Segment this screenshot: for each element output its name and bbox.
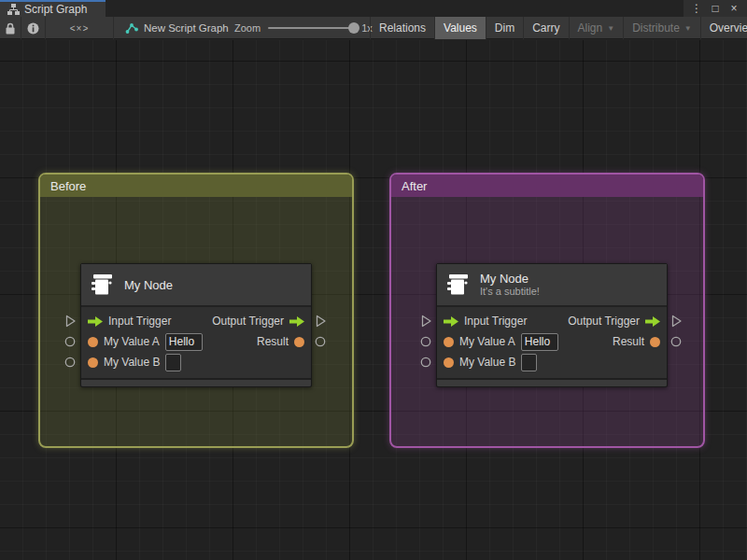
graph-canvas[interactable]: Before After My Node (0, 40, 747, 560)
value-b-label: My Value B (104, 356, 160, 369)
zoom-slider[interactable] (268, 27, 354, 29)
overview-button[interactable]: Overview (700, 17, 747, 39)
flow-output-port-icon[interactable] (645, 316, 660, 327)
node-my-node-before[interactable]: My Node Input Trigger Output Trigger My … (80, 263, 312, 387)
output-trigger-label: Output Trigger (568, 315, 640, 328)
value-b-input[interactable] (521, 354, 537, 371)
carry-button[interactable]: Carry (523, 17, 568, 39)
value-output-port-icon[interactable] (650, 337, 660, 347)
value-port-handle-value-b-in[interactable] (420, 356, 432, 369)
window-controls: ⋮ □ × (684, 0, 747, 17)
port-row-value-b: My Value B (437, 352, 667, 372)
node-subtitle: It's a subtitle! (480, 286, 540, 298)
group-after-label: After (402, 179, 427, 193)
dropdown-caret-icon: ▼ (684, 18, 692, 39)
value-input-port-icon[interactable] (444, 357, 454, 368)
port-row-value-b: My Value B (81, 352, 311, 372)
value-input-port-icon[interactable] (88, 337, 98, 347)
values-button[interactable]: Values (434, 17, 486, 39)
value-input-port-icon[interactable] (88, 357, 98, 368)
zoom-slider-handle[interactable] (348, 22, 359, 34)
value-input-port-icon[interactable] (444, 337, 454, 347)
dim-button[interactable]: Dim (486, 17, 523, 39)
info-button[interactable] (21, 17, 46, 39)
script-graph-window: Script Graph ⋮ □ × <×> (0, 0, 747, 560)
group-after-header[interactable]: After (391, 175, 703, 197)
value-a-input[interactable] (521, 333, 558, 351)
kebab-menu-icon[interactable]: ⋮ (689, 1, 704, 16)
port-row-triggers: Input Trigger Output Trigger (437, 311, 667, 331)
flow-output-port-icon[interactable] (289, 316, 304, 327)
result-label: Result (613, 335, 644, 348)
value-a-label: My Value A (459, 335, 515, 348)
tab-strip: Script Graph ⋮ □ × (0, 0, 747, 17)
lock-icon (5, 22, 16, 35)
graph-toolbar: <×> New Script Graph Zoom 1x Relations V… (0, 17, 747, 39)
node-footer (437, 378, 667, 386)
port-row-value-a: My Value A Result (81, 331, 311, 352)
node-body: Input Trigger Output Trigger My Value A … (437, 307, 667, 378)
flow-input-port-icon[interactable] (444, 316, 458, 327)
maximize-icon[interactable]: □ (708, 1, 723, 16)
flow-input-port-icon[interactable] (88, 316, 103, 327)
group-before-label: Before (50, 179, 86, 193)
relations-button[interactable]: Relations (370, 17, 434, 39)
node-title: My Node (480, 272, 540, 286)
node-title: My Node (124, 278, 173, 292)
value-port-handle-value-b-in[interactable] (64, 356, 77, 369)
node-header[interactable]: My Node (81, 264, 311, 307)
value-a-label: My Value A (104, 335, 160, 348)
value-port-handle-result-out[interactable] (670, 335, 683, 348)
node-my-node-after[interactable]: My Node It's a subtitle! Input Trigger O… (436, 263, 668, 387)
value-port-handle-value-a-in[interactable] (64, 335, 77, 348)
value-b-label: My Value B (459, 356, 515, 369)
node-header[interactable]: My Node It's a subtitle! (437, 264, 667, 307)
code-icon: <×> (70, 23, 90, 34)
output-trigger-label: Output Trigger (212, 315, 284, 328)
value-b-input[interactable] (165, 354, 181, 371)
port-row-value-a: My Value A Result (437, 331, 667, 352)
value-a-input[interactable] (165, 333, 203, 351)
flow-port-handle-flow-in[interactable] (420, 315, 432, 328)
toolbar-buttons: Relations Values Dim Carry Align▼ Distri… (370, 17, 747, 39)
dropdown-caret-icon: ▼ (607, 18, 614, 39)
graph-hierarchy-icon (7, 4, 20, 15)
unit-node-icon (91, 273, 115, 296)
zoom-label: Zoom (234, 22, 261, 34)
flow-port-handle-flow-out[interactable] (670, 315, 683, 328)
node-footer (81, 378, 311, 386)
script-graph-icon (125, 21, 138, 35)
info-icon (27, 22, 39, 35)
graph-name: New Script Graph (144, 22, 229, 34)
tab-script-graph[interactable]: Script Graph (0, 0, 106, 17)
port-row-triggers: Input Trigger Output Trigger (81, 311, 311, 331)
value-output-port-icon[interactable] (294, 337, 304, 347)
close-icon[interactable]: × (726, 1, 741, 16)
value-port-handle-value-a-in[interactable] (420, 335, 432, 348)
graph-breadcrumb[interactable]: New Script Graph (125, 17, 229, 39)
input-trigger-label: Input Trigger (464, 315, 527, 328)
value-port-handle-result-out[interactable] (315, 335, 327, 348)
result-label: Result (257, 335, 289, 348)
distribute-dropdown: Distribute▼ (623, 17, 700, 39)
input-trigger-label: Input Trigger (108, 315, 171, 328)
zoom-control: Zoom 1x (234, 17, 373, 39)
flow-port-handle-flow-out[interactable] (315, 315, 327, 328)
code-preview-toggle[interactable]: <×> (46, 17, 114, 39)
unit-node-icon (446, 273, 471, 296)
group-before-header[interactable]: Before (40, 175, 352, 197)
tab-label: Script Graph (24, 3, 87, 16)
flow-port-handle-flow-in[interactable] (64, 315, 77, 328)
align-dropdown: Align▼ (569, 17, 624, 39)
node-body: Input Trigger Output Trigger My Value A … (81, 307, 311, 378)
lock-button[interactable] (0, 17, 21, 39)
